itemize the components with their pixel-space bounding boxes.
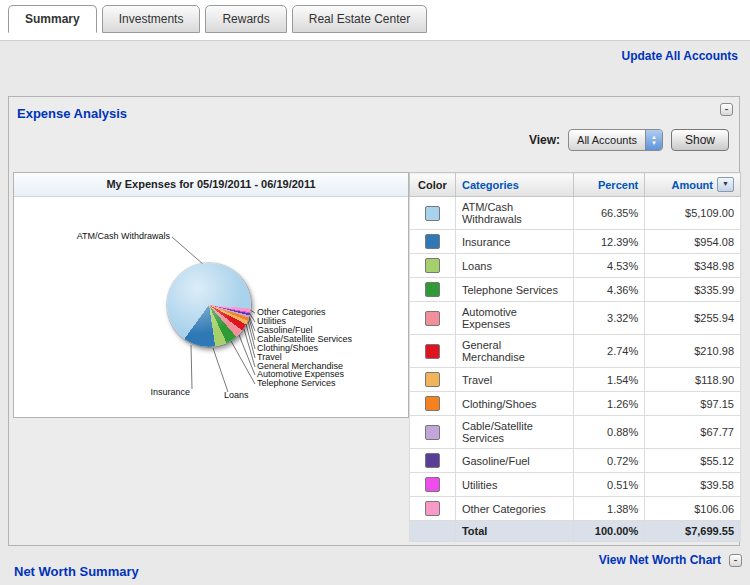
percent-cell: 2.74%	[573, 335, 645, 368]
percent-cell: 0.72%	[573, 449, 645, 473]
accounts-select[interactable]: All Accounts ▲▼	[568, 129, 663, 151]
table-row: Telephone Services4.36%$335.99	[410, 278, 741, 302]
color-cell	[410, 416, 456, 449]
color-cell	[410, 497, 456, 521]
expense-chart-panel: My Expenses for 05/19/2011 - 06/19/2011 …	[13, 172, 409, 418]
pie-label: Insurance	[150, 387, 190, 397]
pie-label: Loans	[224, 390, 249, 400]
pie-label: Telephone Services	[257, 378, 336, 388]
amount-cell: $954.08	[645, 230, 741, 254]
tab-rewards[interactable]: Rewards	[205, 5, 286, 33]
color-swatch	[425, 453, 440, 468]
total-percent-cell: 100.00%	[573, 521, 645, 542]
category-cell: Gasoline/Fuel	[455, 449, 573, 473]
col-header-amount[interactable]: Amount ▼	[645, 173, 741, 197]
view-controls: View: All Accounts ▲▼ Show	[529, 129, 729, 151]
table-row: Insurance12.39%$954.08	[410, 230, 741, 254]
amount-cell: $255.94	[645, 302, 741, 335]
expense-panel-title: Expense Analysis	[17, 106, 127, 121]
amount-cell: $67.77	[645, 416, 741, 449]
color-swatch	[425, 282, 440, 297]
tab-summary[interactable]: Summary	[8, 5, 97, 33]
color-cell	[410, 254, 456, 278]
amount-cell: $210.98	[645, 335, 741, 368]
category-cell: General Merchandise	[455, 335, 573, 368]
category-cell: ATM/Cash Withdrawals	[455, 197, 573, 230]
color-swatch	[425, 372, 440, 387]
color-cell	[410, 392, 456, 416]
tab-bar: Summary Investments Rewards Real Estate …	[8, 5, 427, 33]
amount-sort-dropdown-icon[interactable]: ▼	[717, 177, 734, 192]
table-row: Travel1.54%$118.90	[410, 368, 741, 392]
color-cell	[410, 197, 456, 230]
color-cell	[410, 473, 456, 497]
update-accounts-row: Update All Accounts	[622, 49, 738, 63]
pie-label: ATM/Cash Withdrawals	[77, 231, 170, 241]
amount-cell: $335.99	[645, 278, 741, 302]
update-all-accounts-link[interactable]: Update All Accounts	[622, 49, 738, 63]
color-cell	[410, 230, 456, 254]
color-swatch	[425, 258, 440, 273]
table-row: Clothing/Shoes1.26%$97.15	[410, 392, 741, 416]
color-cell	[410, 278, 456, 302]
view-networth-chart-link[interactable]: View Net Worth Chart	[599, 553, 721, 567]
category-cell: Other Categories	[455, 497, 573, 521]
percent-cell: 4.53%	[573, 254, 645, 278]
col-header-percent[interactable]: Percent	[573, 173, 645, 197]
networth-section: Net Worth Summary View Net Worth Chart -	[0, 546, 750, 585]
percent-cell: 66.35%	[573, 197, 645, 230]
amount-cell: $97.15	[645, 392, 741, 416]
expense-table: Color Categories Percent Amount ▼ ATM/Ca…	[409, 172, 741, 542]
color-cell	[410, 449, 456, 473]
view-label: View:	[529, 133, 560, 147]
amount-cell: $5,109.00	[645, 197, 741, 230]
networth-title: Net Worth Summary	[14, 564, 139, 579]
percent-cell: 12.39%	[573, 230, 645, 254]
networth-collapse-button[interactable]: -	[729, 554, 742, 567]
color-swatch	[425, 311, 440, 326]
amount-cell: $118.90	[645, 368, 741, 392]
percent-cell: 0.51%	[573, 473, 645, 497]
tab-real-estate-center[interactable]: Real Estate Center	[292, 5, 427, 33]
table-row: General Merchandise2.74%$210.98	[410, 335, 741, 368]
color-swatch	[425, 206, 440, 221]
category-cell: Loans	[455, 254, 573, 278]
color-cell	[410, 335, 456, 368]
category-cell: Insurance	[455, 230, 573, 254]
networth-controls: View Net Worth Chart -	[599, 553, 742, 567]
category-cell: Automotive Expenses	[455, 302, 573, 335]
percent-cell: 1.38%	[573, 497, 645, 521]
accounts-select-value: All Accounts	[569, 134, 645, 146]
category-cell: Travel	[455, 368, 573, 392]
expense-table-body: ATM/Cash Withdrawals66.35%$5,109.00Insur…	[410, 197, 741, 521]
category-cell: Utilities	[455, 473, 573, 497]
table-total-row: Total 100.00% $7,699.55	[410, 521, 741, 542]
amount-cell: $106.06	[645, 497, 741, 521]
amount-cell: $55.12	[645, 449, 741, 473]
stepper-down-arrow-icon: ▼	[651, 140, 657, 146]
table-row: Automotive Expenses3.32%$255.94	[410, 302, 741, 335]
expense-panel-collapse-button[interactable]: -	[720, 103, 733, 116]
table-row: Cable/Satellite Services0.88%$67.77	[410, 416, 741, 449]
select-stepper-icon: ▲▼	[645, 130, 662, 150]
table-row: Gasoline/Fuel0.72%$55.12	[410, 449, 741, 473]
table-row: Loans4.53%$348.98	[410, 254, 741, 278]
color-cell	[410, 368, 456, 392]
color-swatch	[425, 234, 440, 249]
tab-investments[interactable]: Investments	[102, 5, 201, 33]
category-cell: Clothing/Shoes	[455, 392, 573, 416]
expense-analysis-panel: Expense Analysis - View: All Accounts ▲▼…	[8, 96, 740, 546]
col-header-categories[interactable]: Categories	[455, 173, 573, 197]
total-label-cell: Total	[455, 521, 573, 542]
pie-chart[interactable]	[167, 263, 251, 347]
color-swatch	[425, 344, 440, 359]
color-swatch	[425, 501, 440, 516]
pie-chart-area: ATM/Cash WithdrawalsInsuranceLoansOther …	[14, 197, 408, 418]
category-cell: Telephone Services	[455, 278, 573, 302]
main-content: Update All Accounts Expense Analysis - V…	[0, 40, 750, 585]
table-header-row: Color Categories Percent Amount ▼	[410, 173, 741, 197]
category-cell: Cable/Satellite Services	[455, 416, 573, 449]
percent-cell: 1.26%	[573, 392, 645, 416]
show-button[interactable]: Show	[671, 129, 729, 151]
col-header-color[interactable]: Color	[410, 173, 456, 197]
